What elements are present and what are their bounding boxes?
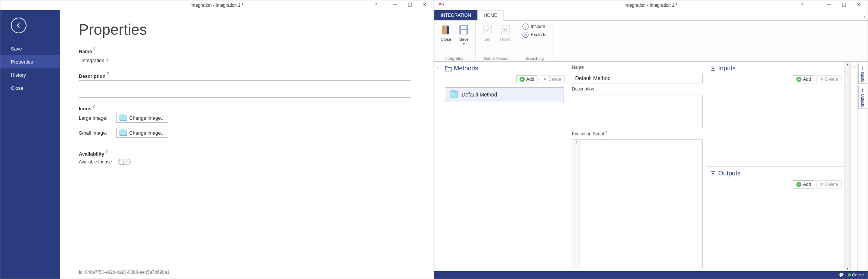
minimize-button[interactable]: [821, 0, 836, 9]
io-pane: Inputs +Add ✕Delete Outputs +Add ✕Delete: [706, 62, 844, 271]
status-dot-icon: [848, 273, 851, 276]
maximize-button[interactable]: [836, 0, 851, 9]
description-input[interactable]: [79, 80, 411, 98]
ribbon-group-branching: ↓ Include ✕ Exclude Branching: [517, 21, 552, 61]
back-button[interactable]: [11, 18, 27, 33]
vertical-scrollbar[interactable]: ▴ ▾: [844, 62, 850, 271]
large-image-label: Large Image:: [79, 115, 112, 121]
unset-button[interactable]: Unset: [497, 23, 513, 42]
save-icon: [458, 24, 470, 36]
x-icon: ✕: [543, 77, 547, 82]
name-input[interactable]: [79, 56, 411, 65]
help-icon[interactable]: ?: [93, 104, 95, 108]
ribbon: Close Save ▾ Integration Set: [434, 21, 868, 62]
method-description-input[interactable]: [572, 95, 703, 128]
image-icon: [120, 115, 127, 121]
close-ribbon-button[interactable]: Close: [438, 23, 454, 42]
add-method-button[interactable]: +Add: [516, 75, 537, 83]
description-label: Description?: [79, 73, 411, 79]
collapse-right-handle[interactable]: ▷: [850, 62, 857, 271]
methods-pane: Methods +Add ✕Delete Default Method: [441, 62, 568, 271]
help-icon[interactable]: ?: [105, 150, 108, 154]
check-icon: [481, 24, 494, 36]
x-icon: ✕: [820, 182, 824, 187]
svg-rect-5: [842, 3, 846, 6]
availability-label: Availability?: [79, 151, 411, 157]
method-icon: [450, 91, 458, 98]
ribbon-tabstrip: INTEGRATION HOME ▵: [434, 10, 868, 21]
workarea: ◁ Methods +Add ✕Delete Default Method Na…: [434, 62, 868, 271]
group-label: Integration: [445, 56, 465, 61]
outputs-icon: ⭱: [861, 88, 865, 92]
outputs-icon: [710, 171, 716, 177]
help-button[interactable]: ?: [370, 0, 381, 9]
line-number: 1: [572, 140, 580, 268]
change-small-image-button[interactable]: Change image...: [116, 128, 168, 138]
delete-input-button[interactable]: ✕Delete: [816, 75, 841, 83]
group-label: Stable Version: [483, 56, 510, 61]
app-logo-icon: ⚑▾: [437, 1, 445, 8]
svg-rect-12: [461, 30, 466, 34]
method-item[interactable]: Default Method: [445, 87, 564, 102]
outputs-heading: Outputs: [706, 166, 844, 179]
help-icon[interactable]: ?: [107, 72, 109, 76]
available-toggle[interactable]: [118, 159, 131, 165]
page-title: Properties: [79, 21, 411, 38]
sidebar-item-properties[interactable]: Properties: [0, 55, 60, 68]
plus-icon: +: [796, 182, 802, 187]
add-input-button[interactable]: +Add: [793, 75, 814, 83]
properties-window: Integration - Integration 1 * ? Save Pro…: [0, 0, 434, 279]
door-icon: [440, 24, 452, 36]
id-footer: Id: 046e7f53-e92b-4a93-83b8-eeb5e7d69be1: [79, 270, 411, 275]
chevron-down-icon: ▾: [463, 42, 465, 46]
close-button[interactable]: [851, 0, 866, 9]
image-icon: [120, 130, 127, 136]
side-tab-outputs[interactable]: ⭱ Outputs: [858, 86, 867, 109]
include-icon: ↓: [523, 24, 528, 30]
delete-method-button[interactable]: ✕Delete: [540, 75, 565, 83]
method-name-input[interactable]: [572, 73, 703, 83]
set-button[interactable]: Set: [480, 23, 495, 42]
help-icon[interactable]: ?: [93, 47, 95, 51]
svg-rect-9: [447, 26, 449, 34]
chat-icon[interactable]: 💬: [839, 273, 844, 278]
svg-rect-1: [408, 3, 412, 6]
side-tabs: ⭳ Inputs ⭱ Outputs: [857, 62, 868, 271]
collapse-ribbon-icon[interactable]: ▵: [864, 15, 865, 19]
execution-script-editor[interactable]: 1: [572, 140, 703, 268]
tab-integration[interactable]: INTEGRATION: [434, 10, 477, 20]
inputs-icon: [710, 65, 716, 71]
name-label: Name: [572, 65, 703, 70]
svg-rect-8: [443, 26, 447, 34]
icons-label: Icons?: [79, 106, 411, 111]
include-button[interactable]: ↓ Include: [523, 24, 547, 30]
plus-icon: +: [520, 77, 525, 82]
tab-home[interactable]: HOME: [477, 10, 503, 21]
side-tab-inputs[interactable]: ⭳ Inputs: [858, 64, 867, 84]
maximize-button[interactable]: [402, 0, 417, 9]
delete-output-button[interactable]: ✕Delete: [816, 180, 841, 188]
folder-icon: [445, 65, 452, 71]
sidebar-item-save[interactable]: Save: [0, 42, 60, 55]
sidebar-item-close[interactable]: Close: [0, 82, 60, 95]
inputs-heading: Inputs: [706, 62, 844, 74]
methods-heading: Methods: [441, 62, 568, 74]
editor-window: ⚑▾ Integration - Integration 1 * ? INTEG…: [434, 0, 868, 279]
add-output-button[interactable]: +Add: [793, 180, 814, 188]
save-ribbon-button[interactable]: Save ▾: [456, 23, 472, 46]
small-image-label: Small Image:: [79, 130, 112, 136]
collapse-left-handle[interactable]: ◁: [434, 62, 441, 271]
svg-rect-11: [461, 26, 466, 29]
method-item-label: Default Method: [462, 92, 497, 98]
help-icon[interactable]: ?: [605, 131, 607, 135]
x-icon: ✕: [820, 77, 824, 82]
minimize-button[interactable]: [387, 0, 402, 9]
help-button[interactable]: ?: [797, 0, 808, 9]
close-button[interactable]: [417, 0, 432, 9]
sidebar-item-history[interactable]: History: [0, 68, 60, 82]
exclude-button[interactable]: ✕ Exclude: [523, 32, 547, 38]
change-large-image-button[interactable]: Change image...: [116, 113, 168, 123]
status-bar: 💬 Online: [434, 271, 868, 279]
titlebar: ⚑▾ Integration - Integration 1 * ?: [434, 0, 868, 10]
plus-icon: +: [796, 77, 802, 82]
